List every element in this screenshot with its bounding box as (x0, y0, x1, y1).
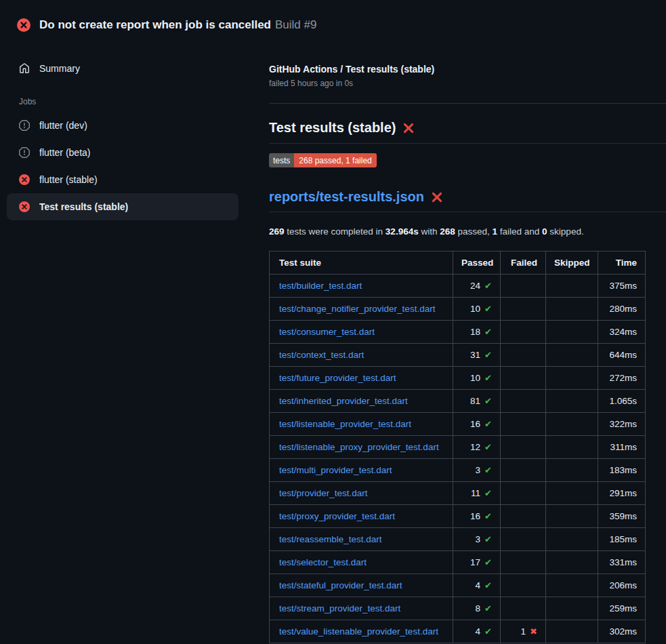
failed-cell (501, 390, 546, 413)
check-icon: ✔ (484, 488, 492, 498)
failed-cell (501, 505, 546, 528)
suite-cell: test/builder_test.dart (270, 275, 453, 298)
skipped-cell (546, 528, 598, 551)
sidebar-job-item-flutter-beta-[interactable]: flutter (beta) (7, 139, 238, 166)
test-suite-link[interactable]: test/listenable_provider_test.dart (279, 419, 411, 429)
suite-cell: test/stateful_provider_test.dart (270, 574, 453, 597)
table-row: test/proxy_provider_test.dart 16✔ 359ms (270, 505, 646, 528)
layout: Summary Jobs flutter (dev) flutter (beta… (0, 38, 666, 643)
build-number: Build #9 (275, 18, 316, 31)
job-label: flutter (dev) (39, 120, 87, 131)
sidebar-job-item-flutter-stable-[interactable]: flutter (stable) (7, 166, 238, 193)
time-cell: 280ms (598, 298, 646, 321)
check-icon: ✔ (484, 396, 492, 406)
table-row: test/listenable_proxy_provider_test.dart… (270, 436, 646, 459)
home-icon (19, 63, 30, 74)
table-row: test/listenable_provider_test.dart 16✔ 3… (270, 413, 646, 436)
passed-cell: 8✔ (453, 597, 501, 620)
tests-badge: tests 268 passed, 1 failed (269, 153, 377, 167)
test-suite-link[interactable]: test/reassemble_test.dart (279, 534, 382, 544)
report-file-link[interactable]: reports/test-results.json (269, 189, 424, 205)
test-suite-link[interactable]: test/future_provider_test.dart (279, 373, 396, 383)
check-icon: ✔ (484, 327, 492, 337)
passed-cell: 10✔ (453, 298, 501, 321)
sidebar-job-item-flutter-dev-[interactable]: flutter (dev) (7, 112, 238, 139)
test-suite-link[interactable]: test/stream_provider_test.dart (279, 603, 400, 613)
badge-label: tests (269, 153, 294, 167)
time-cell: 1.065s (598, 390, 646, 413)
time-cell: 206ms (598, 574, 646, 597)
table-row: test/provider_test.dart 11✔ 291ms (270, 482, 646, 505)
passed-cell: 4✔ (453, 574, 501, 597)
suite-cell: test/context_test.dart (270, 344, 453, 367)
test-results-table: Test suite Passed Failed Skipped Time te… (269, 251, 646, 643)
test-suite-link[interactable]: test/proxy_provider_test.dart (279, 511, 395, 521)
time-cell: 644ms (598, 344, 646, 367)
skipped-cell (546, 321, 598, 344)
failed-cell (501, 275, 546, 298)
test-suite-link[interactable]: test/change_notifier_provider_test.dart (279, 304, 435, 314)
skipped-cell (546, 597, 598, 620)
check-icon: ✔ (484, 350, 492, 360)
summary-line: 269 tests were completed in 32.964s with… (269, 226, 666, 237)
check-icon: ✔ (484, 580, 492, 590)
suite-cell: test/inherited_provider_test.dart (270, 390, 453, 413)
check-icon: ✔ (484, 373, 492, 383)
time-cell: 291ms (598, 482, 646, 505)
test-suite-link[interactable]: test/consumer_test.dart (279, 327, 375, 337)
table-row: test/selector_test.dart 17✔ 331ms (270, 551, 646, 574)
test-suite-link[interactable]: test/stateful_provider_test.dart (279, 580, 402, 590)
test-suite-link[interactable]: test/value_listenable_provider_test.dart (279, 626, 438, 637)
check-icon: ✔ (484, 465, 492, 475)
skipped-cell (546, 367, 598, 390)
table-row: test/value_listenable_provider_test.dart… (270, 620, 646, 643)
test-suite-link[interactable]: test/multi_provider_test.dart (279, 465, 392, 475)
sidebar-item-summary[interactable]: Summary (7, 58, 269, 79)
x-circle-icon (19, 201, 30, 212)
suite-cell: test/stream_provider_test.dart (270, 597, 453, 620)
breadcrumb: GitHub Actions / Test results (stable) (269, 64, 666, 75)
passed-cell: 16✔ (453, 505, 501, 528)
test-suite-link[interactable]: test/selector_test.dart (279, 557, 367, 567)
col-passed: Passed (453, 251, 501, 275)
test-suite-link[interactable]: test/provider_test.dart (279, 488, 368, 498)
divider (269, 103, 666, 104)
suite-cell: test/reassemble_test.dart (270, 528, 453, 551)
suite-cell: test/listenable_proxy_provider_test.dart (270, 436, 453, 459)
job-label: flutter (stable) (39, 174, 98, 185)
failed-cell (501, 551, 546, 574)
time-cell: 311ms (598, 436, 646, 459)
suite-cell: test/value_listenable_provider_test.dart (270, 620, 453, 643)
table-row: test/future_provider_test.dart 10✔ 272ms (270, 367, 646, 390)
time-cell: 272ms (598, 367, 646, 390)
app-root: Do not create report when job is cancell… (0, 0, 666, 643)
suite-cell: test/multi_provider_test.dart (270, 459, 453, 482)
skipped-cell (546, 551, 598, 574)
test-suite-link[interactable]: test/inherited_provider_test.dart (279, 396, 408, 406)
failed-cell (501, 367, 546, 390)
passed-cell: 81✔ (453, 390, 501, 413)
sidebar-job-item-test-results-stable-[interactable]: Test results (stable) (7, 193, 238, 220)
failed-cell (501, 436, 546, 459)
check-icon: ✔ (484, 603, 492, 613)
test-suite-link[interactable]: test/listenable_proxy_provider_test.dart (279, 442, 439, 452)
passed-cell: 18✔ (453, 321, 501, 344)
stop-icon (19, 147, 30, 158)
failed-cell: 1✖ (501, 620, 546, 643)
test-suite-link[interactable]: test/context_test.dart (279, 350, 364, 360)
skipped-cell (546, 344, 598, 367)
check-icon: ✔ (484, 419, 492, 429)
check-icon: ✔ (484, 304, 492, 314)
passed-cell: 24✔ (453, 275, 501, 298)
time-cell: 324ms (598, 321, 646, 344)
time-cell: 302ms (598, 620, 646, 643)
col-time: Time (598, 251, 646, 275)
check-icon: ✔ (484, 511, 492, 521)
main-content: GitHub Actions / Test results (stable) f… (269, 38, 666, 643)
test-suite-link[interactable]: test/builder_test.dart (279, 281, 362, 291)
check-run-title: Test results (stable) (269, 120, 666, 144)
skipped-cell (546, 574, 598, 597)
failed-cell (501, 321, 546, 344)
table-row: test/stateful_provider_test.dart 4✔ 206m… (270, 574, 646, 597)
col-test-suite: Test suite (270, 251, 453, 275)
